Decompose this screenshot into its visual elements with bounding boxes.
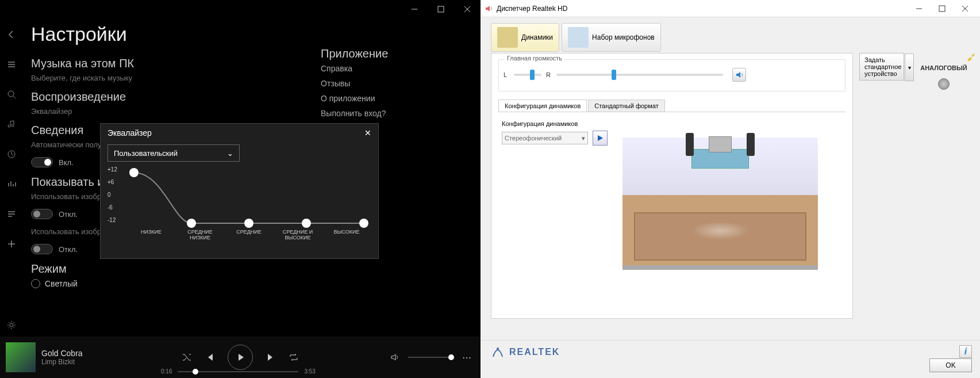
volume-section-title: Главная громкость: [505, 55, 564, 62]
play-button[interactable]: [228, 345, 253, 370]
test-play-button[interactable]: [593, 131, 608, 146]
set-default-device-button[interactable]: Задать стандартное устройство ▾: [859, 53, 904, 81]
speaker-config-select[interactable]: Стереофонический ▾: [502, 132, 588, 144]
album-art[interactable]: [6, 342, 36, 372]
svg-point-12: [497, 348, 499, 350]
svg-line-5: [13, 96, 16, 98]
analog-jack-icon[interactable]: [938, 78, 950, 90]
track-artist[interactable]: Limp Bizkit: [41, 358, 83, 366]
rt-close-button[interactable]: [954, 0, 977, 18]
music-icon[interactable]: [0, 113, 23, 136]
main-volume-slider[interactable]: [556, 74, 723, 76]
eq-band-handle[interactable]: [244, 219, 253, 228]
realtek-titlebar: Диспетчер Realtek HD: [481, 0, 980, 17]
groove-sidebar: [0, 18, 23, 337]
speaker-icon: [484, 4, 493, 13]
left-speaker-icon[interactable]: [686, 133, 694, 156]
volume-icon[interactable]: [390, 352, 400, 362]
maximize-button[interactable]: [428, 0, 454, 18]
chevron-down-icon: ⌄: [227, 149, 233, 158]
equalizer-chart: +12 +6 0 -6 -12 НИЗКИЕ СРЕДНИЕ НИЗКИЕ СР…: [107, 166, 371, 238]
rt-maximize-button[interactable]: [931, 0, 954, 18]
groove-titlebar: [0, 0, 481, 18]
preset-value: Пользовательский: [114, 149, 178, 158]
groove-window: Настройки Музыка на этом ПК Выберите, гд…: [0, 0, 481, 378]
mute-button[interactable]: [732, 68, 746, 82]
minimize-button[interactable]: [401, 0, 428, 18]
section-mode: Режим: [31, 262, 481, 276]
feedback-link[interactable]: Отзывы: [321, 79, 470, 88]
mic-device-icon: [568, 27, 589, 48]
now-playing-icon[interactable]: [0, 173, 23, 196]
realtek-footer: REALTEK i OK: [481, 340, 980, 378]
mode-light-radio[interactable]: Светлый: [31, 279, 481, 288]
auto-fetch-toggle[interactable]: [31, 157, 53, 167]
chevron-down-icon: ▾: [582, 135, 585, 142]
realtek-window: Диспетчер Realtek HD Динамики Набор микр…: [481, 0, 980, 378]
equalizer-close-icon[interactable]: ✕: [364, 128, 371, 138]
equalizer-preset-select[interactable]: Пользовательский ⌄: [107, 144, 240, 162]
lock-screen-toggle[interactable]: [31, 209, 53, 219]
recent-icon[interactable]: [0, 143, 23, 166]
eq-band-handle[interactable]: [302, 219, 311, 228]
previous-icon[interactable]: [205, 352, 215, 362]
svg-point-7: [10, 323, 13, 327]
track-title: Gold Cobra: [41, 349, 83, 358]
settings-icon[interactable]: [0, 314, 23, 337]
speaker-panel: Главная громкость L R Конфигурация динам…: [491, 53, 853, 319]
svg-rect-9: [939, 6, 945, 12]
next-icon[interactable]: [266, 352, 276, 362]
right-speaker-icon[interactable]: [747, 133, 755, 156]
toggle-label-on: Вкл.: [59, 158, 74, 167]
svg-point-4: [8, 91, 14, 97]
repeat-icon[interactable]: [289, 352, 299, 362]
help-link[interactable]: Справка: [321, 64, 470, 73]
desktop-toggle[interactable]: [31, 244, 53, 254]
progress-slider[interactable]: [178, 371, 298, 372]
back-icon[interactable]: [0, 23, 23, 46]
equalizer-title: Эквалайзер: [107, 128, 152, 138]
shuffle-icon[interactable]: [182, 352, 192, 362]
volume-slider[interactable]: [408, 357, 454, 358]
ok-button[interactable]: OK: [929, 358, 972, 372]
groove-body: Настройки Музыка на этом ПК Выберите, гд…: [0, 18, 481, 337]
time-duration: 3:53: [304, 368, 315, 375]
signin-link[interactable]: Выполнить вход?: [321, 109, 470, 118]
speaker-room-diagram: [622, 120, 818, 270]
search-icon[interactable]: [0, 83, 23, 106]
player-bar: Gold Cobra Limp Bizkit 0:16 3:53 ⋯: [0, 337, 481, 378]
window-title: Диспетчер Realtek HD: [497, 5, 567, 13]
config-label: Конфигурация динамиков: [502, 120, 611, 127]
tab-default-format[interactable]: Стандартный формат: [588, 100, 664, 112]
toggle-label-off2: Откл.: [59, 245, 78, 254]
info-button[interactable]: i: [959, 345, 972, 358]
realtek-logo: REALTEK: [491, 345, 560, 359]
time-elapsed: 0:16: [161, 368, 172, 375]
playlist-icon[interactable]: [0, 203, 23, 226]
section-app: Приложение: [321, 47, 470, 60]
app-section: Приложение Справка Отзывы О приложении В…: [321, 43, 470, 124]
balance-slider[interactable]: [514, 74, 541, 76]
speakers-device-icon: [497, 27, 518, 48]
eq-band-handle[interactable]: [187, 219, 196, 228]
toggle-label-off1: Откл.: [59, 210, 78, 219]
hamburger-icon[interactable]: [0, 53, 23, 76]
chevron-down-icon[interactable]: ▾: [905, 54, 914, 81]
close-button[interactable]: [454, 0, 481, 18]
about-link[interactable]: О приложении: [321, 94, 470, 103]
realtek-body: Динамики Набор микрофонов Главная громко…: [481, 17, 980, 378]
add-icon[interactable]: [0, 232, 23, 255]
eq-band-handle[interactable]: [129, 168, 139, 177]
rt-minimize-button[interactable]: [908, 0, 931, 18]
svg-rect-1: [438, 6, 444, 12]
eq-band-handle[interactable]: [359, 219, 368, 228]
tab-speaker-config[interactable]: Конфигурация динамиков: [498, 100, 587, 112]
device-tab-speakers[interactable]: Динамики: [491, 23, 559, 52]
analog-label: АНАЛОГОВЫЙ: [916, 64, 972, 71]
more-icon[interactable]: ⋯: [462, 352, 471, 363]
device-tab-mic[interactable]: Набор микрофонов: [562, 23, 661, 52]
equalizer-dialog: Эквалайзер ✕ Пользовательский ⌄ +12 +6 0…: [100, 123, 379, 259]
